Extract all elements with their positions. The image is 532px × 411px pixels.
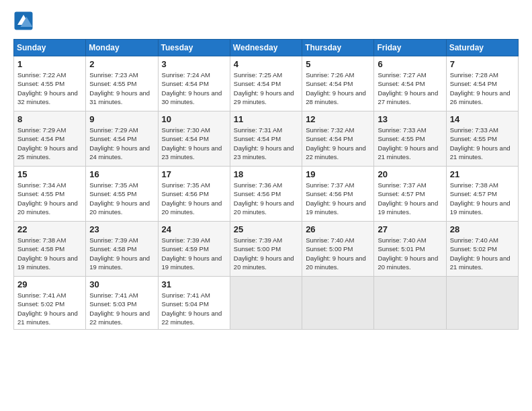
day-info: Sunrise: 7:27 AMSunset: 4:54 PMDaylight:… [378,71,438,105]
calendar-cell: 2 Sunrise: 7:23 AMSunset: 4:55 PMDayligh… [86,56,158,111]
calendar-cell: 23 Sunrise: 7:39 AMSunset: 4:58 PMDaylig… [86,222,158,277]
weekday-header: Friday [374,40,446,56]
day-info: Sunrise: 7:37 AMSunset: 4:56 PMDaylight:… [306,181,366,216]
day-number: 12 [306,114,370,124]
calendar-cell: 8 Sunrise: 7:29 AMSunset: 4:54 PMDayligh… [14,111,86,167]
day-number: 22 [17,224,82,234]
calendar-cell [446,277,518,330]
calendar-cell: 11 Sunrise: 7:31 AMSunset: 4:54 PMDaylig… [230,111,302,167]
calendar-header: SundayMondayTuesdayWednesdayThursdayFrid… [14,40,519,56]
day-info: Sunrise: 7:41 AMSunset: 5:04 PMDaylight:… [162,291,222,326]
day-info: Sunrise: 7:29 AMSunset: 4:54 PMDaylight:… [89,126,150,161]
logo-icon [13,11,34,31]
calendar-cell: 25 Sunrise: 7:39 AMSunset: 5:00 PMDaylig… [230,222,302,277]
day-info: Sunrise: 7:40 AMSunset: 5:00 PMDaylight:… [306,236,366,271]
calendar-row: 29 Sunrise: 7:41 AMSunset: 5:02 PMDaylig… [14,277,519,330]
day-number: 21 [450,169,515,179]
calendar-cell: 5 Sunrise: 7:26 AMSunset: 4:54 PMDayligh… [302,56,374,111]
day-info: Sunrise: 7:28 AMSunset: 4:54 PMDaylight:… [450,71,511,105]
day-info: Sunrise: 7:36 AMSunset: 4:56 PMDaylight:… [234,181,294,216]
weekday-header: Tuesday [158,40,230,56]
day-number: 13 [378,114,442,124]
day-number: 29 [17,279,82,289]
weekday-header: Wednesday [230,40,302,56]
calendar-cell: 14 Sunrise: 7:33 AMSunset: 4:55 PMDaylig… [446,111,518,167]
calendar-table: SundayMondayTuesdayWednesdayThursdayFrid… [13,39,519,330]
day-number: 24 [162,224,226,234]
day-info: Sunrise: 7:35 AMSunset: 4:56 PMDaylight:… [162,181,222,216]
day-info: Sunrise: 7:35 AMSunset: 4:55 PMDaylight:… [89,181,150,216]
day-info: Sunrise: 7:38 AMSunset: 4:57 PMDaylight:… [450,181,511,216]
calendar-cell: 29 Sunrise: 7:41 AMSunset: 5:02 PMDaylig… [14,277,86,330]
calendar-cell [374,277,446,330]
day-number: 26 [306,224,370,234]
calendar-cell: 4 Sunrise: 7:25 AMSunset: 4:54 PMDayligh… [230,56,302,111]
day-info: Sunrise: 7:34 AMSunset: 4:55 PMDaylight:… [17,181,78,216]
day-info: Sunrise: 7:29 AMSunset: 4:54 PMDaylight:… [17,126,78,161]
day-number: 14 [450,114,515,124]
day-number: 5 [306,59,370,69]
day-number: 6 [378,59,442,69]
day-number: 15 [17,169,82,179]
weekday-header: Monday [86,40,158,56]
logo [13,11,35,31]
weekday-header: Saturday [446,40,518,56]
day-info: Sunrise: 7:32 AMSunset: 4:54 PMDaylight:… [306,126,366,161]
weekday-header: Thursday [302,40,374,56]
calendar-cell: 7 Sunrise: 7:28 AMSunset: 4:54 PMDayligh… [446,56,518,111]
calendar-cell: 17 Sunrise: 7:35 AMSunset: 4:56 PMDaylig… [158,167,230,222]
day-number: 4 [234,59,298,69]
day-number: 31 [162,279,226,289]
calendar-cell: 16 Sunrise: 7:35 AMSunset: 4:55 PMDaylig… [86,167,158,222]
calendar-row: 15 Sunrise: 7:34 AMSunset: 4:55 PMDaylig… [14,167,519,222]
day-info: Sunrise: 7:24 AMSunset: 4:54 PMDaylight:… [162,71,222,105]
day-info: Sunrise: 7:39 AMSunset: 5:00 PMDaylight:… [234,236,294,271]
calendar-cell: 10 Sunrise: 7:30 AMSunset: 4:54 PMDaylig… [158,111,230,167]
day-number: 27 [378,224,442,234]
calendar-cell: 30 Sunrise: 7:41 AMSunset: 5:03 PMDaylig… [86,277,158,330]
day-info: Sunrise: 7:41 AMSunset: 5:02 PMDaylight:… [17,291,78,326]
calendar-row: 8 Sunrise: 7:29 AMSunset: 4:54 PMDayligh… [14,111,519,167]
day-info: Sunrise: 7:37 AMSunset: 4:57 PMDaylight:… [378,181,438,216]
calendar-cell: 21 Sunrise: 7:38 AMSunset: 4:57 PMDaylig… [446,167,518,222]
day-info: Sunrise: 7:25 AMSunset: 4:54 PMDaylight:… [234,71,294,105]
day-number: 28 [450,224,515,234]
calendar-cell: 3 Sunrise: 7:24 AMSunset: 4:54 PMDayligh… [158,56,230,111]
day-number: 8 [17,114,82,124]
calendar-cell [302,277,374,330]
day-info: Sunrise: 7:22 AMSunset: 4:55 PMDaylight:… [17,71,78,105]
weekday-header: Sunday [14,40,86,56]
calendar-cell: 6 Sunrise: 7:27 AMSunset: 4:54 PMDayligh… [374,56,446,111]
calendar-cell: 1 Sunrise: 7:22 AMSunset: 4:55 PMDayligh… [14,56,86,111]
calendar-cell: 20 Sunrise: 7:37 AMSunset: 4:57 PMDaylig… [374,167,446,222]
day-info: Sunrise: 7:31 AMSunset: 4:54 PMDaylight:… [234,126,294,161]
calendar-cell: 22 Sunrise: 7:38 AMSunset: 4:58 PMDaylig… [14,222,86,277]
calendar-cell [230,277,302,330]
calendar-cell: 27 Sunrise: 7:40 AMSunset: 5:01 PMDaylig… [374,222,446,277]
day-number: 2 [89,59,154,69]
day-number: 20 [378,169,442,179]
calendar-row: 1 Sunrise: 7:22 AMSunset: 4:55 PMDayligh… [14,56,519,111]
day-info: Sunrise: 7:39 AMSunset: 4:59 PMDaylight:… [162,236,222,271]
calendar-cell: 15 Sunrise: 7:34 AMSunset: 4:55 PMDaylig… [14,167,86,222]
day-info: Sunrise: 7:38 AMSunset: 4:58 PMDaylight:… [17,236,78,271]
day-number: 16 [89,169,154,179]
day-number: 11 [234,114,298,124]
calendar-cell: 12 Sunrise: 7:32 AMSunset: 4:54 PMDaylig… [302,111,374,167]
calendar-cell: 31 Sunrise: 7:41 AMSunset: 5:04 PMDaylig… [158,277,230,330]
day-info: Sunrise: 7:41 AMSunset: 5:03 PMDaylight:… [89,291,150,326]
calendar-cell: 28 Sunrise: 7:40 AMSunset: 5:02 PMDaylig… [446,222,518,277]
calendar-cell: 24 Sunrise: 7:39 AMSunset: 4:59 PMDaylig… [158,222,230,277]
day-number: 7 [450,59,515,69]
day-number: 9 [89,114,154,124]
day-number: 19 [306,169,370,179]
day-info: Sunrise: 7:33 AMSunset: 4:55 PMDaylight:… [450,126,511,161]
main-container: SundayMondayTuesdayWednesdayThursdayFrid… [0,0,532,336]
header [13,11,519,31]
calendar-body: 1 Sunrise: 7:22 AMSunset: 4:55 PMDayligh… [14,56,519,330]
day-number: 23 [89,224,154,234]
day-info: Sunrise: 7:40 AMSunset: 5:01 PMDaylight:… [378,236,438,271]
calendar-cell: 26 Sunrise: 7:40 AMSunset: 5:00 PMDaylig… [302,222,374,277]
calendar-row: 22 Sunrise: 7:38 AMSunset: 4:58 PMDaylig… [14,222,519,277]
day-number: 17 [162,169,226,179]
